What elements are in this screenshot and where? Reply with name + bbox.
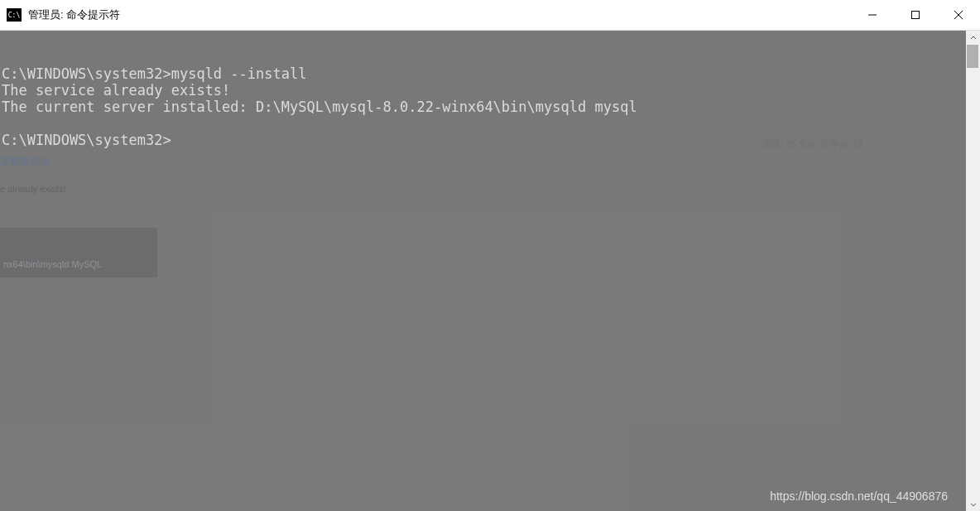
background-text-artifact: e already exists! xyxy=(0,184,65,194)
scrollbar-track[interactable] xyxy=(966,45,980,497)
minimize-icon xyxy=(867,10,877,20)
terminal-line: The current server installed: D:\MySQL\m… xyxy=(2,99,637,115)
background-link-artifact: 器解决方法 xyxy=(0,155,50,169)
scroll-up-button[interactable] xyxy=(966,31,980,45)
minimize-button[interactable] xyxy=(851,0,894,30)
terminal-line: C:\WINDOWS\system32> xyxy=(2,132,171,148)
window-titlebar: 管理员: 命令提示符 xyxy=(0,0,980,31)
background-box-artifact: nx64\bin\mysqld MySQL xyxy=(0,228,157,277)
terminal-line: The service already exists! xyxy=(2,82,230,99)
cmd-icon xyxy=(7,8,22,22)
chevron-down-icon xyxy=(970,501,977,508)
scrollbar-thumb[interactable] xyxy=(967,45,978,68)
background-box-text: nx64\bin\mysqld MySQL xyxy=(3,259,102,269)
maximize-button[interactable] xyxy=(894,0,937,30)
scroll-down-button[interactable] xyxy=(966,497,980,511)
close-button[interactable] xyxy=(937,0,980,30)
svg-rect-1 xyxy=(912,12,920,19)
terminal-line: C:\WINDOWS\system32>mysqld --install xyxy=(2,65,306,82)
chevron-up-icon xyxy=(970,35,977,41)
close-icon xyxy=(954,10,963,20)
maximize-icon xyxy=(910,10,920,20)
window-controls xyxy=(851,0,980,30)
window-title: 管理员: 命令提示符 xyxy=(28,7,120,22)
terminal-area[interactable]: 器解决方法 e already exists! nx64\bin\mysqld … xyxy=(0,31,966,511)
vertical-scrollbar[interactable] xyxy=(966,31,980,511)
background-stats-artifact: 阅读: 25 文章: 0 评分: 13 xyxy=(762,138,862,151)
watermark-text: https://blog.csdn.net/qq_44906876 xyxy=(770,489,948,503)
terminal-output: C:\WINDOWS\system32>mysqld --install The… xyxy=(0,31,966,148)
